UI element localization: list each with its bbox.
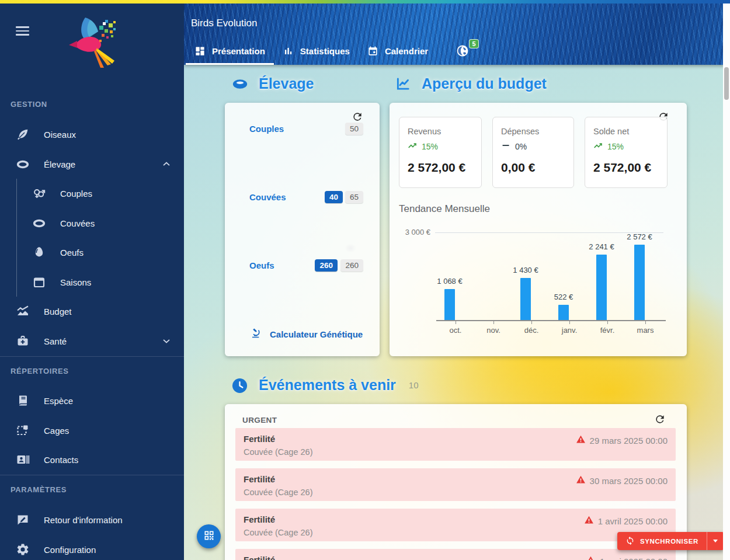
breeding-heading: Élevage [232, 75, 314, 92]
stat-trend: 0% [501, 141, 565, 151]
egg-icon [32, 245, 46, 259]
sidebar-item-configuration[interactable]: Configuration [0, 535, 184, 560]
stat-revenus: Revenus 15% 2 572,00 € [399, 117, 482, 188]
budget-card: Revenus 15% 2 572,00 € Dépenses 0% [390, 103, 687, 356]
bar-value-label: 522 € [537, 293, 590, 301]
sidebar-item-label: Saisons [60, 277, 91, 287]
event-row[interactable]: Fertilité Couvée (Cage 26) 29 mars 2025 … [235, 428, 676, 461]
sidebar-item-espece[interactable]: Espèce [0, 386, 184, 415]
sidebar-item-budget[interactable]: Budget [0, 297, 184, 326]
sidebar-item-sante[interactable]: Santé [0, 326, 184, 356]
sync-dropdown-button[interactable] [707, 532, 724, 550]
x-tick-label: oct. [438, 326, 473, 335]
event-subtitle: Couvée (Cage 26) [244, 447, 668, 457]
sidebar-item-couvees[interactable]: Couvées [0, 208, 184, 238]
chart-area-icon [16, 304, 30, 318]
app-title: Birds Evolution [191, 18, 257, 29]
breeding-card: Couples 50 Couvées 40 65 Oeufs 260 260 C… [225, 103, 380, 356]
chevron-up-icon [161, 158, 172, 170]
sidebar-item-label: Budget [44, 307, 72, 316]
stat-value: 0,00 € [501, 161, 565, 175]
sidebar-item-oiseaux[interactable]: Oiseaux [0, 120, 184, 149]
event-meta: 29 mars 2025 00:00 [576, 434, 668, 447]
warning-icon [584, 515, 594, 527]
x-tick-label: févr. [590, 326, 625, 335]
scrollbar-thumb[interactable] [724, 67, 729, 100]
urgent-group-label: URGENT [242, 416, 277, 425]
event-meta: 1 avril 2025 00:00 [584, 515, 668, 527]
menu-toggle-button[interactable] [16, 26, 29, 36]
x-tick [645, 321, 646, 324]
chart-bar-févr[interactable] [596, 255, 607, 320]
clock-icon [232, 378, 248, 393]
genetic-calculator-label: Calculateur Génétique [270, 329, 363, 339]
tab-notifications[interactable]: 5 [450, 37, 475, 65]
events-heading: Événements à venir 10 [232, 377, 419, 394]
sidebar-item-oeufs[interactable]: Oeufs [0, 238, 184, 267]
stat-depenses: Dépenses 0% 0,00 € [492, 117, 574, 188]
budget-heading: Aperçu du budget [395, 75, 547, 92]
event-date: 30 mars 2025 00:00 [590, 476, 668, 486]
section-title: Événements à venir [259, 377, 396, 394]
genetic-calculator-link[interactable]: Calculateur Génétique [250, 327, 363, 341]
sidebar-item-label: Oeufs [60, 248, 84, 258]
nest-icon [16, 157, 30, 171]
warning-icon [576, 475, 586, 487]
event-meta: 1 mai 2025 00:00 [586, 555, 668, 560]
globe-icon [456, 44, 470, 58]
brand-gradient-bar [0, 0, 730, 4]
stat-trend: 15% [408, 141, 473, 151]
chart-bar-oct[interactable] [444, 289, 455, 320]
sidebar-item-cages[interactable]: Cages [0, 416, 184, 445]
sidebar-item-label: Couvées [60, 218, 95, 228]
event-row[interactable]: Fertilité Couvée (Cage 26) 30 mars 2025 … [235, 468, 676, 501]
event-row[interactable]: Fertilité Couvée (Cage 26) 1 mai 2025 00… [235, 549, 676, 560]
refresh-icon[interactable] [654, 413, 666, 425]
event-subtitle: Couvée (Cage 26) [244, 528, 668, 537]
contacts-card-icon [16, 453, 30, 467]
nest-icon [232, 76, 248, 92]
x-tick-label: janv. [552, 326, 587, 335]
sidebar-item-contacts[interactable]: Contacts [0, 445, 184, 474]
tab-statistiques[interactable]: Statistiques [274, 37, 359, 65]
qr-scan-button[interactable] [197, 524, 221, 548]
count-badge-active: 260 [315, 259, 338, 272]
sidebar-item-label: Cages [44, 426, 69, 436]
app-window: GESTION Oiseaux Élevage Couples [0, 0, 730, 560]
sync-button[interactable]: SYNCHRONISER [617, 532, 707, 550]
nest-icon [32, 216, 46, 230]
chart-bar-mars[interactable] [634, 245, 645, 320]
bar-value-label: 1 068 € [423, 277, 476, 286]
line-chart-icon [395, 76, 411, 92]
stat-label: Dépenses [501, 127, 565, 136]
gender-pair-icon [32, 186, 46, 200]
couples-link[interactable]: Couples [249, 124, 284, 134]
event-subtitle: Couvée (Cage 26) [244, 488, 668, 497]
caret-down-icon [713, 540, 718, 542]
event-row[interactable]: Fertilité Couvée (Cage 26) 1 avril 2025 … [235, 509, 676, 541]
x-tick-label: nov. [476, 326, 511, 335]
oeufs-link[interactable]: Oeufs [249, 260, 274, 270]
tab-calendrier[interactable]: Calendrier [359, 37, 437, 65]
trending-up-icon [408, 141, 418, 151]
chart-bar-janv[interactable] [558, 305, 569, 320]
refresh-icon[interactable] [352, 111, 363, 123]
tab-presentation[interactable]: Présentation [186, 37, 274, 65]
feather-icon [16, 127, 30, 141]
event-meta: 30 mars 2025 00:00 [576, 475, 668, 487]
dashboard-content: Élevage Couples 50 Couvées 40 65 Oeufs 2… [184, 65, 730, 560]
x-tick-label: mars [628, 326, 663, 335]
x-axis [436, 320, 666, 321]
couvees-link[interactable]: Couvées [249, 192, 286, 202]
event-date: 1 mai 2025 00:00 [600, 556, 668, 560]
notification-badge: 5 [469, 39, 479, 48]
warning-icon [576, 434, 586, 447]
scrollbar-track[interactable] [723, 4, 730, 560]
sidebar-item-retour-information[interactable]: Retour d'information [0, 505, 184, 534]
x-tick-label: déc. [514, 326, 549, 335]
chart-bar-déc[interactable] [520, 278, 531, 320]
sidebar-item-couples[interactable]: Couples [0, 179, 184, 208]
feedback-icon [16, 513, 30, 527]
sidebar-item-elevage[interactable]: Élevage [0, 149, 184, 179]
sidebar-item-saisons[interactable]: Saisons [0, 267, 184, 297]
